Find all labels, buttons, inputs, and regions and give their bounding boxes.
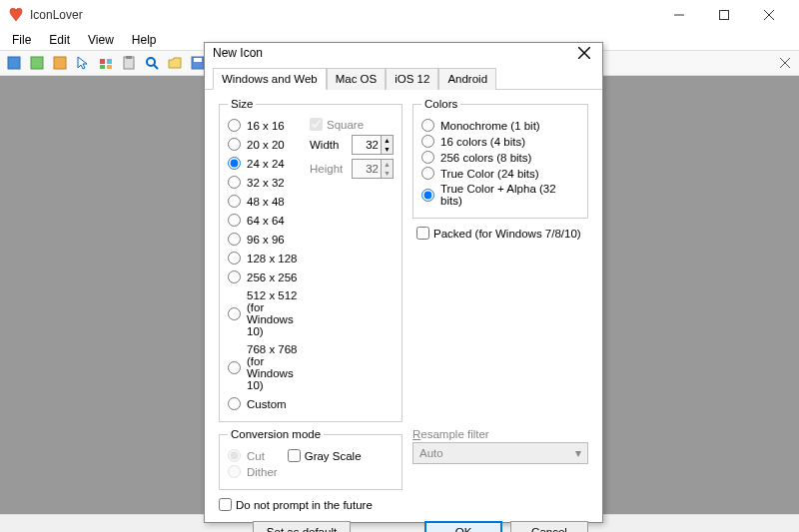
- svg-rect-8: [107, 59, 112, 64]
- main-titlebar: IconLover: [0, 0, 799, 30]
- resample-label: Resample filter: [412, 428, 588, 440]
- conv-cut[interactable]: Cut: [228, 449, 278, 462]
- svg-rect-7: [100, 59, 105, 64]
- width-label: Width: [310, 139, 348, 151]
- close-button[interactable]: [746, 0, 791, 30]
- color-true[interactable]: True Color (24 bits): [421, 167, 579, 180]
- maximize-button[interactable]: [701, 0, 746, 30]
- colors-group: Colors Monochrome (1 bit) 16 colors (4 b…: [412, 98, 588, 219]
- dialog-tabs: Windows and Web Mac OS iOS 12 Android: [205, 63, 602, 90]
- size-custom[interactable]: Custom: [228, 397, 302, 410]
- dialog-titlebar[interactable]: New Icon: [205, 43, 602, 63]
- color-mono[interactable]: Monochrome (1 bit): [421, 119, 579, 132]
- ok-button[interactable]: OK: [424, 521, 502, 532]
- size-96[interactable]: 96 x 96: [228, 233, 302, 246]
- window-controls: [656, 0, 791, 30]
- height-label: Height: [310, 163, 348, 175]
- color-16[interactable]: 16 colors (4 bits): [421, 135, 579, 148]
- spin-down-icon[interactable]: ▼: [382, 169, 393, 178]
- spin-down-icon[interactable]: ▼: [382, 145, 393, 154]
- document-close-icon[interactable]: [775, 53, 795, 73]
- resample-select[interactable]: Auto ▾: [412, 442, 588, 464]
- svg-line-14: [154, 65, 158, 69]
- size-20[interactable]: 20 x 20: [228, 138, 302, 151]
- grayscale-checkbox[interactable]: Gray Scale: [288, 449, 362, 462]
- svg-rect-16: [194, 58, 202, 62]
- size-legend: Size: [228, 98, 256, 110]
- toolbar-cursor-icon[interactable]: [73, 53, 93, 73]
- svg-rect-4: [8, 57, 20, 69]
- conv-dither[interactable]: Dither: [228, 465, 278, 478]
- spin-up-icon[interactable]: ▲: [382, 160, 393, 169]
- colors-legend: Colors: [421, 98, 460, 110]
- tab-ios[interactable]: iOS 12: [386, 68, 438, 90]
- svg-rect-9: [100, 65, 105, 69]
- svg-point-13: [147, 58, 155, 66]
- square-checkbox[interactable]: Square: [310, 118, 394, 131]
- resample-value: Auto: [419, 447, 443, 459]
- noprompt-checkbox[interactable]: Do not prompt in the future: [219, 498, 588, 511]
- size-48[interactable]: 48 x 48: [228, 195, 302, 208]
- svg-rect-10: [107, 65, 112, 69]
- svg-rect-1: [719, 11, 728, 20]
- app-icon: [8, 7, 24, 23]
- menu-edit[interactable]: Edit: [41, 31, 78, 49]
- new-icon-dialog: New Icon Windows and Web Mac OS iOS 12 A…: [204, 42, 603, 523]
- size-24[interactable]: 24 x 24: [228, 157, 302, 170]
- tab-windows[interactable]: Windows and Web: [213, 68, 327, 90]
- height-row: Height ▲▼: [310, 159, 394, 179]
- height-input[interactable]: [353, 160, 381, 178]
- tab-macos[interactable]: Mac OS: [327, 68, 387, 90]
- minimize-button[interactable]: [656, 0, 701, 30]
- set-default-button[interactable]: Set as default: [253, 521, 351, 532]
- color-alpha[interactable]: True Color + Alpha (32 bits): [421, 183, 579, 207]
- tab-android[interactable]: Android: [438, 68, 496, 90]
- menu-help[interactable]: Help: [124, 31, 165, 49]
- width-row: Width ▲▼: [310, 135, 394, 155]
- spin-up-icon[interactable]: ▲: [382, 136, 393, 145]
- size-128[interactable]: 128 x 128: [228, 252, 302, 265]
- height-spinner[interactable]: ▲▼: [352, 159, 394, 179]
- size-16[interactable]: 16 x 16: [228, 119, 302, 132]
- packed-checkbox[interactable]: Packed (for Windows 7/8/10): [416, 227, 588, 240]
- dialog-close-button[interactable]: [574, 43, 594, 63]
- svg-rect-6: [54, 57, 66, 69]
- toolbar-new-icon[interactable]: [4, 53, 24, 73]
- color-256[interactable]: 256 colors (8 bits): [421, 151, 579, 164]
- conversion-legend: Conversion mode: [228, 428, 324, 440]
- toolbar-collection-icon[interactable]: [96, 53, 116, 73]
- toolbar-new-library-icon[interactable]: [50, 53, 70, 73]
- dialog-title: New Icon: [213, 46, 574, 60]
- toolbar-open-icon[interactable]: [165, 53, 185, 73]
- menu-file[interactable]: File: [4, 31, 39, 49]
- menu-view[interactable]: View: [80, 31, 122, 49]
- size-768[interactable]: 768 x 768 (for Windows 10): [228, 343, 302, 391]
- cancel-button[interactable]: Cancel: [510, 521, 588, 532]
- size-64[interactable]: 64 x 64: [228, 214, 302, 227]
- svg-rect-5: [31, 57, 43, 69]
- chevron-down-icon: ▾: [575, 446, 581, 460]
- conversion-group: Conversion mode Cut Dither Gray Scale: [219, 428, 402, 490]
- width-spinner[interactable]: ▲▼: [352, 135, 394, 155]
- width-input[interactable]: [353, 136, 381, 154]
- toolbar-search-icon[interactable]: [142, 53, 162, 73]
- svg-rect-12: [126, 56, 132, 59]
- size-group: Size 16 x 16 20 x 20 24 x 24 32 x 32 48 …: [219, 98, 402, 422]
- size-256[interactable]: 256 x 256: [228, 270, 302, 283]
- size-32[interactable]: 32 x 32: [228, 176, 302, 189]
- size-512[interactable]: 512 x 512 (for Windows 10): [228, 289, 302, 337]
- toolbar-paste-icon[interactable]: [119, 53, 139, 73]
- toolbar-new-image-icon[interactable]: [27, 53, 47, 73]
- app-title: IconLover: [30, 8, 656, 22]
